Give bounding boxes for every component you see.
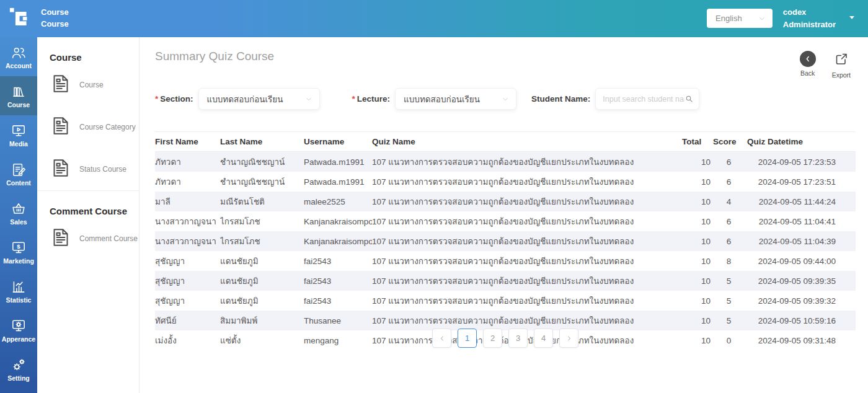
caret-down-icon: [847, 12, 857, 25]
chevron-right-icon: [565, 335, 573, 342]
table-cell: Patwada.m1991: [304, 152, 372, 172]
table-cell: 10: [682, 311, 713, 330]
sidebar-item-label: Account: [6, 62, 32, 69]
lecture-value: แบบทดสอบก่อนเรียน: [404, 92, 501, 106]
pagination-page-3[interactable]: 3: [508, 329, 528, 348]
table-cell: ชำนาญณิชชญาน์: [220, 172, 304, 192]
submenu-item-course[interactable]: Course: [50, 64, 139, 106]
section-dropdown[interactable]: แบบทดสอบก่อนเรียน: [198, 88, 320, 110]
pagination-page-4[interactable]: 4: [534, 329, 553, 348]
content-icon: [11, 162, 27, 178]
table-cell: fai2543: [304, 271, 372, 291]
table-cell: 5: [713, 291, 747, 311]
sidebar-item-sales[interactable]: Sales: [0, 193, 37, 232]
table-cell: 107 แนวทางการตรวจสอบความถูกต้องของบัญชีแ…: [372, 231, 682, 251]
top-bar: Course Course English codex Administrato…: [0, 0, 868, 37]
table-row[interactable]: ทัศนีย์สิมมาพิมพ์Thusanee107 แนวทางการตร…: [155, 311, 856, 330]
lecture-dropdown[interactable]: แบบทดสอบก่อนเรียน: [395, 88, 516, 110]
setting-icon: [11, 357, 27, 373]
sidebar-item-apperance[interactable]: Apperance: [0, 311, 37, 350]
sidebar-item-account[interactable]: Account: [0, 37, 37, 76]
app-logo[interactable]: Course Course: [0, 7, 69, 30]
user-menu[interactable]: codex Administrator: [783, 6, 857, 31]
appearance-icon: [11, 318, 27, 334]
table-cell: มาลี: [155, 192, 220, 211]
student-name-label: Student Name:: [531, 94, 590, 104]
marketing-icon: $: [11, 240, 27, 256]
student-search-box: [595, 88, 699, 110]
table-row[interactable]: มาลีมณีรัตนโชติmalee2525107 แนวทางการตรว…: [155, 192, 856, 211]
table-row[interactable]: นางสาวกาญจนาไกรสมโภชKanjanakraisompoch10…: [155, 231, 856, 251]
table-cell: ภัทวดา: [155, 152, 220, 172]
back-button[interactable]: Back: [800, 51, 816, 79]
submenu-item-label: Course Category: [79, 123, 136, 131]
table-row[interactable]: ภัทวดาชำนาญณิชชญาน์Patwada.m1991107 แนวท…: [155, 152, 856, 172]
table-row[interactable]: สุชัญญาแดนชัยภูมิfai2543107 แนวทางการตรว…: [155, 251, 856, 271]
pagination-page-1[interactable]: 1: [458, 329, 477, 348]
language-select[interactable]: English: [707, 9, 773, 28]
table-cell: 2024-09-05 09:39:32: [747, 291, 856, 311]
chevron-down-icon: [304, 95, 313, 104]
pagination-page-2[interactable]: 2: [483, 329, 502, 348]
table-cell: ไกรสมโภช: [220, 231, 304, 251]
table-row[interactable]: สุชัญญาแดนชัยภูมิfai2543107 แนวทางการตรว…: [155, 291, 856, 311]
table-cell: 10: [682, 271, 713, 291]
sidebar-item-label: Apperance: [2, 335, 35, 343]
pagination-next[interactable]: [559, 329, 578, 348]
table-cell: 2024-09-05 17:23:51: [747, 172, 856, 192]
media-icon: [11, 123, 27, 139]
primary-sidebar: AccountCourseMediaContentSales$Marketing…: [0, 37, 37, 393]
sidebar-item-label: Content: [6, 179, 31, 187]
column-header: Username: [304, 132, 372, 152]
table-cell: 2024-09-05 09:39:35: [747, 271, 856, 291]
export-label: Export: [832, 71, 851, 79]
submenu-item-course-category[interactable]: Course Category: [50, 106, 139, 148]
sidebar-item-statistic[interactable]: Statistic: [0, 272, 37, 311]
language-value: English: [715, 14, 758, 23]
app-logo-icon: [9, 7, 32, 30]
table-cell: 107 แนวทางการตรวจสอบความถูกต้องของบัญชีแ…: [372, 251, 682, 271]
table-cell: 107 แนวทางการตรวจสอบความถูกต้องของบัญชีแ…: [372, 291, 682, 311]
table-cell: ชำนาญณิชชญาน์: [220, 152, 304, 172]
statistic-icon: [11, 279, 27, 295]
sidebar-item-content[interactable]: Content: [0, 154, 37, 193]
submenu-item-status-course[interactable]: Status Course: [50, 148, 139, 190]
student-search-input[interactable]: [603, 95, 684, 104]
page-title: Summary Quiz Course: [155, 50, 274, 63]
user-role: Administrator: [783, 19, 836, 31]
table-cell: 2024-09-05 11:04:41: [747, 211, 856, 231]
table-row[interactable]: นางสาวกาญจนาไกรสมโภชKanjanakraisompoch10…: [155, 211, 856, 231]
table-cell: 10: [682, 152, 713, 172]
table-cell: 2024-09-05 17:23:53: [747, 152, 856, 172]
table-cell: แดนชัยภูมิ: [220, 271, 304, 291]
submenu-heading: Comment Course: [50, 206, 139, 216]
pagination-prev[interactable]: [432, 329, 451, 348]
table-cell: สุชัญญา: [155, 251, 220, 271]
table-cell: 10: [682, 251, 713, 271]
submenu-item-comment-course[interactable]: Comment Course: [50, 218, 139, 260]
sidebar-item-marketing[interactable]: $Marketing: [0, 232, 37, 272]
table-cell: 2024-09-05 11:44:24: [747, 192, 856, 211]
back-icon: [800, 51, 816, 67]
user-name: codex: [783, 6, 836, 19]
table-cell: 5: [713, 271, 747, 291]
sidebar-item-label: Sales: [10, 218, 27, 226]
sidebar-item-label: Media: [9, 140, 28, 148]
export-button[interactable]: Export: [832, 51, 851, 79]
table-cell: ไกรสมโภช: [220, 211, 304, 231]
sidebar-item-course[interactable]: Course: [0, 76, 37, 115]
table-cell: 10: [682, 192, 713, 211]
sidebar-item-label: Statistic: [6, 296, 32, 304]
table-row[interactable]: ภัทวดาชำนาญณิชชญาน์Patwada.m1991107 แนวท…: [155, 172, 856, 192]
table-cell: 6: [713, 211, 747, 231]
sidebar-item-setting[interactable]: Setting: [0, 350, 37, 389]
table-cell: fai2543: [304, 251, 372, 271]
page-actions: Back Export: [800, 51, 851, 79]
table-row[interactable]: สุชัญญาแดนชัยภูมิfai2543107 แนวทางการตรว…: [155, 271, 856, 291]
quiz-results-table: First NameLast NameUsernameQuiz NameTota…: [155, 131, 856, 350]
table-cell: Kanjanakraisompoch: [304, 231, 372, 251]
column-header: Last Name: [220, 132, 304, 152]
document-icon: [50, 115, 72, 139]
sidebar-item-media[interactable]: Media: [0, 115, 37, 154]
table-cell: malee2525: [304, 192, 372, 211]
